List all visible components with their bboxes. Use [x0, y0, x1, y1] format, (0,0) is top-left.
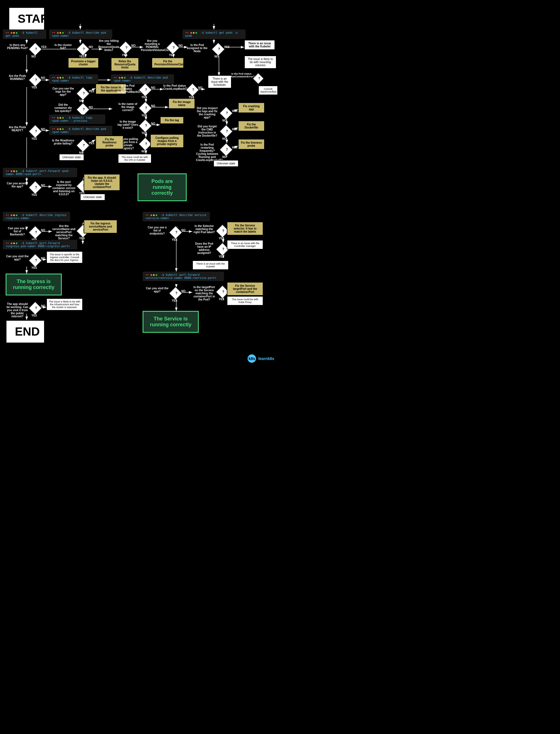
no-pods-running: NO: [41, 76, 45, 79]
yes-pending: YES: [41, 45, 47, 49]
yes-image-name: YES: [141, 114, 147, 117]
box-controller-issue: There is an issue with the Controller ma…: [227, 240, 263, 250]
box-unknown2: Unknown state: [59, 154, 84, 161]
yes-see-logs: YES: [89, 90, 94, 93]
yes-selector: YES: [219, 237, 224, 240]
question-container-died: Did the container die too quickly?: [52, 103, 74, 113]
diamond-inspect-logs: ?: [219, 106, 233, 120]
yes-pod-ip: YES: [219, 255, 224, 258]
no-resource: NO: [131, 44, 136, 47]
end-box: END: [6, 320, 45, 344]
diamond-endpoints: ?: [169, 226, 182, 239]
question-inspect-logs: Did you inspect the logs and fix the cra…: [196, 107, 218, 119]
box-fix-listen: Fix the app. It should listen on 0.0.0.0…: [84, 174, 120, 191]
box-fix-ingress-svc: Fix the ingress serviceName and serviceP…: [84, 220, 117, 234]
yes-endpoints: YES: [172, 238, 177, 241]
yes-svcname-port: YES: [79, 237, 85, 240]
terminal-prev-logs: ●●● -$ kubectl logs <pod-name> --previou…: [49, 115, 105, 124]
no-visit-app: NO: [41, 257, 45, 260]
yes-image-pull: YES: [141, 96, 147, 99]
start-label: START: [18, 12, 56, 25]
no-image-pull: NO: [151, 86, 155, 89]
success-ingress-running: The Ingress is running correctly: [6, 274, 62, 296]
question-visit-app: Can you visit the app?: [6, 255, 29, 261]
no-pvc: NO: [179, 44, 183, 47]
question-port-listening: Is the port exposed by container correct…: [52, 180, 76, 196]
yes-cmd-forget: YES: [232, 128, 237, 131]
no-endpoints: NO: [181, 229, 186, 232]
box-relax-quota: Relax the ResourceQuota limits: [111, 58, 139, 71]
diamond-pod-restarting: ?: [219, 143, 233, 157]
box-configure-pulling: Configure pulling images from a private …: [150, 134, 184, 148]
no-backends: NO: [41, 229, 45, 232]
diamond-pods-running: ?: [28, 73, 42, 87]
question-pod-restarting: Is the Pod restarting frequently? Cyclin…: [196, 143, 218, 162]
box-provision-cluster: Provision a bigger cluster: [68, 58, 99, 68]
diamond-image-pull: ?: [138, 83, 152, 97]
box-fix-pvc: Fix the PersistentVolumeClaim: [152, 58, 184, 68]
yes-pods-ready: YES: [31, 137, 37, 140]
diamond-pod-assigned: ?: [211, 42, 225, 56]
diamond-public: ?: [28, 301, 42, 315]
diamond-cluster: ?: [76, 42, 90, 56]
no-pending: NO: [31, 55, 36, 58]
no-crash-loop: NO: [198, 86, 202, 89]
box-kubelet-issue2: There is an issue with the Kubelet: [192, 260, 229, 270]
no-pod-assigned: NO: [214, 55, 219, 58]
box-fix-readiness: Fix the Readiness probe: [95, 136, 124, 149]
no-cmd-forget: NO: [222, 137, 227, 140]
diamond-pods-ready: ?: [28, 125, 42, 138]
yes-visit-app: YES: [31, 266, 37, 269]
question-image-pull-backoff: Is the Pod status ImagePullBackOff?: [117, 84, 138, 93]
no-access-app: NO: [41, 184, 45, 187]
box-infra-issue: The issue is likely to be with the infra…: [46, 298, 83, 311]
box-fix-tag: Fix the tag: [160, 116, 184, 124]
question-access-app: Can you access the app?: [6, 182, 29, 188]
question-cmd-forget: Did you forget the CMD instruction in th…: [196, 125, 218, 137]
box-fix-crashing: Fix crashing app: [238, 102, 265, 113]
diamond-visit-service: ?: [169, 287, 182, 300]
terminal-get-pods-wide: ●●● -$ kubectl get pods -o wide: [182, 29, 246, 39]
diamond-see-logs: ?: [76, 87, 90, 100]
yes-pod-restarting: YES: [232, 146, 237, 149]
question-image-tag: Is the image tag valid? Does it exist?: [117, 120, 138, 129]
yes-pods-running: YES: [31, 86, 37, 89]
diamond-image-tag: ?: [138, 119, 152, 133]
terminal-port-forward: ●●● -$ kubectl port-forward <pod-name> 8…: [3, 168, 77, 177]
box-fix-dockerfile: Fix the Dockerfile: [238, 121, 265, 131]
success-service-running: The Service is running correctly: [143, 311, 199, 333]
box-ingress-issue: The issue is specific to the Ingress con…: [46, 251, 83, 264]
question-target-port: Is the targetPort on the Service matchin…: [192, 286, 216, 301]
box-mount-issue: The issue is likely to be with mounting …: [244, 56, 276, 69]
box-consult-stackoverflow: Consult StackOverflow: [258, 86, 278, 95]
yes-public: YES: [31, 314, 37, 317]
question-image-name: Is the name of the image correct?: [117, 102, 138, 112]
yes-inspect-logs: YES: [232, 109, 237, 113]
diamond-cmd-forget: ?: [219, 125, 233, 138]
no-pulling-private: NO: [141, 150, 146, 153]
question-resource-quota: Are you hitting the ResourceQuota limits…: [98, 39, 119, 52]
question-see-logs: Can you see the logs for the app?: [52, 87, 74, 96]
diamond-readiness: ?: [76, 139, 90, 152]
box-fix-selector: Fix the Service selector. It has to matc…: [227, 222, 263, 236]
start-box: START: [8, 7, 45, 31]
no-pods-ready: NO: [41, 128, 45, 131]
question-svcname-port: Are the serviceName and servicePort matc…: [52, 225, 76, 240]
yes-readiness: YES: [89, 142, 94, 145]
diamond-pvc: ?: [166, 41, 180, 55]
no-see-logs: NO: [79, 99, 83, 102]
question-selector: Is the Selector matching the right Pod l…: [192, 225, 216, 234]
end-label: END: [15, 325, 40, 338]
terminal-get-pods: ●●● -$ kubectl get pods: [3, 29, 46, 39]
diamond-pending: ?: [28, 42, 42, 56]
box-kubelet-issue: There is an issue with the Kubelet: [244, 40, 275, 50]
logo-icon: k8s: [248, 355, 256, 363]
terminal-describe-ingress: ●●● -$ kubectl describe ingress <ingress…: [3, 212, 70, 221]
terminal-port-forward-service: ●●● -$ kubectl port-forward service/<ser…: [143, 272, 224, 281]
terminal-logs: ●●● -$ kubectl logs <pod-name>: [49, 74, 98, 84]
diamond-access-app: ?: [28, 181, 42, 195]
box-unknown3: Unknown state: [80, 194, 105, 201]
no-container-died: NO: [89, 106, 93, 109]
diamond-image-name: ?: [138, 101, 152, 115]
question-backends: Can you see a list of Backends?: [6, 227, 29, 236]
